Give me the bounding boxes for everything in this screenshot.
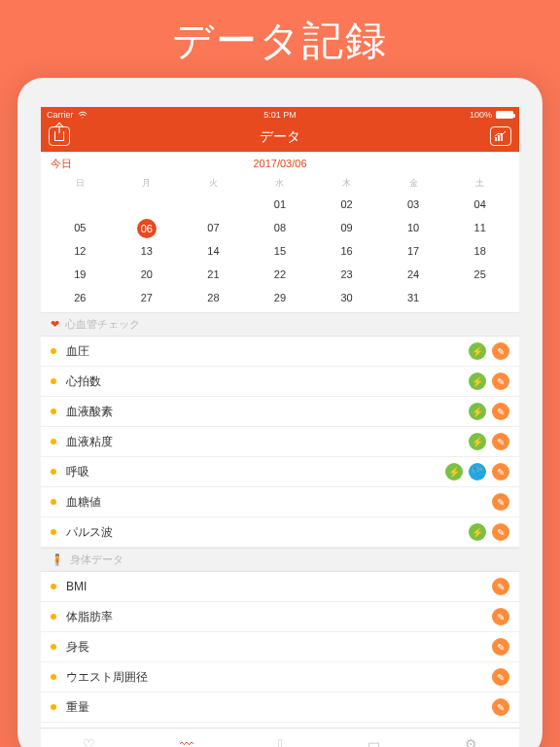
list-item[interactable]: 重量✎ xyxy=(41,693,519,723)
calendar-day[interactable]: 17 xyxy=(380,242,447,260)
list-item[interactable]: 血圧⚡✎ xyxy=(41,337,519,367)
list-item[interactable]: 身長✎ xyxy=(41,632,519,662)
list-item[interactable]: 心拍数⚡✎ xyxy=(41,367,519,397)
calendar-day[interactable]: 04 xyxy=(446,196,513,213)
list-item[interactable]: パルス波⚡✎ xyxy=(41,517,519,548)
calendar-weekday: 火 xyxy=(180,177,247,190)
calendar-day[interactable]: 09 xyxy=(313,219,380,236)
calendar-day[interactable]: 31 xyxy=(380,289,447,306)
chart-icon xyxy=(494,130,508,142)
steth-button[interactable]: 🩺 xyxy=(469,463,486,480)
calendar-day[interactable]: 26 xyxy=(47,289,114,306)
calendar-day[interactable]: 23 xyxy=(313,266,380,283)
current-date[interactable]: 2017/03/06 xyxy=(41,158,519,169)
tab-gear[interactable]: ⚙ xyxy=(465,736,477,748)
calendar-weekday: 土 xyxy=(446,177,513,190)
edit-button[interactable]: ✎ xyxy=(492,698,509,716)
list-item-label: 血液酸素 xyxy=(66,404,113,420)
edit-button[interactable]: ✎ xyxy=(492,493,509,511)
bullet-icon xyxy=(51,584,56,589)
calendar-day[interactable]: 06 xyxy=(114,219,181,236)
calendar-day[interactable]: 22 xyxy=(247,266,314,283)
calendar-day[interactable]: 01 xyxy=(247,196,314,213)
calendar-day[interactable]: 19 xyxy=(47,266,114,283)
calendar-day[interactable]: 29 xyxy=(247,289,314,306)
calendar-day[interactable]: 27 xyxy=(114,289,181,306)
measure-button[interactable]: ⚡ xyxy=(469,373,486,390)
calendar-day[interactable]: 28 xyxy=(180,289,247,306)
battery-icon xyxy=(496,111,513,119)
row-actions: ✎ xyxy=(492,698,509,716)
measure-button[interactable]: ⚡ xyxy=(445,463,463,480)
measure-button[interactable]: ⚡ xyxy=(469,403,486,420)
calendar-day[interactable]: 08 xyxy=(247,219,314,236)
list-item[interactable]: 血糖値✎ xyxy=(41,487,519,517)
edit-button[interactable]: ✎ xyxy=(492,608,509,625)
row-actions: ✎ xyxy=(492,493,509,511)
edit-button[interactable]: ✎ xyxy=(492,342,509,360)
list-item[interactable]: 血液粘度⚡✎ xyxy=(41,427,519,457)
edit-button[interactable]: ✎ xyxy=(492,403,509,420)
nav-bar: データ xyxy=(41,123,519,152)
calendar-weekday-row: 日月火水木金土 xyxy=(41,175,519,192)
list-item[interactable]: 体脂肪率✎ xyxy=(41,602,519,632)
calendar-day[interactable]: 24 xyxy=(380,266,447,283)
list-item-label: 血圧 xyxy=(66,343,89,360)
bullet-icon xyxy=(51,439,56,445)
date-subbar: 今日 2017/03/06 xyxy=(41,152,519,175)
calendar-day[interactable]: 30 xyxy=(313,289,380,306)
list-item[interactable]: ウエスト周囲径✎ xyxy=(41,662,519,693)
edit-button[interactable]: ✎ xyxy=(492,373,509,390)
measure-button[interactable]: ⚡ xyxy=(469,523,486,541)
edit-button[interactable]: ✎ xyxy=(492,523,509,541)
calendar-day[interactable]: 13 xyxy=(114,242,181,260)
person-icon: 🧍 xyxy=(51,553,64,566)
calendar-day[interactable]: 07 xyxy=(180,219,247,236)
calendar-weekday: 月 xyxy=(114,177,181,190)
list-item[interactable]: 呼吸⚡🩺✎ xyxy=(41,457,519,487)
tablet-frame: Carrier 5:01 PM 100% データ xyxy=(18,78,542,747)
calendar-day[interactable]: 25 xyxy=(446,266,513,283)
measure-button[interactable]: ⚡ xyxy=(469,342,486,360)
tab-heart[interactable]: ♡ xyxy=(83,736,95,748)
list-item-label: 血糖値 xyxy=(66,494,101,511)
calendar-day[interactable]: 14 xyxy=(180,242,247,260)
list-item[interactable]: 血液酸素⚡✎ xyxy=(41,397,519,427)
calendar-day[interactable]: 16 xyxy=(313,242,380,260)
list-item-label: パルス波 xyxy=(66,524,113,541)
calendar-day[interactable]: 21 xyxy=(180,266,247,283)
calendar-day-selected: 06 xyxy=(137,219,157,238)
calendar-day[interactable]: 05 xyxy=(47,219,114,236)
row-actions: ✎ xyxy=(492,578,509,595)
measure-button[interactable]: ⚡ xyxy=(469,433,486,450)
row-actions: ✎ xyxy=(492,608,509,625)
bullet-icon xyxy=(51,378,56,384)
edit-button[interactable]: ✎ xyxy=(492,668,509,686)
calendar-day[interactable]: 15 xyxy=(247,242,314,260)
bullet-icon xyxy=(51,409,56,414)
screen: Carrier 5:01 PM 100% データ xyxy=(41,107,519,747)
chart-toggle-button[interactable] xyxy=(490,126,511,146)
calendar-day[interactable]: 02 xyxy=(313,196,380,213)
today-button[interactable]: 今日 xyxy=(51,157,72,171)
edit-button[interactable]: ✎ xyxy=(492,433,509,450)
calendar-day[interactable]: 18 xyxy=(446,242,513,260)
tab-run[interactable]: 𓂀 xyxy=(278,736,283,748)
share-button[interactable] xyxy=(49,126,70,146)
calendar-day[interactable]: 12 xyxy=(47,242,114,260)
tab-activity[interactable]: 〰 xyxy=(180,736,193,748)
status-time: 5:01 PM xyxy=(41,110,519,120)
calendar-day[interactable]: 20 xyxy=(114,266,181,283)
nav-title: データ xyxy=(260,128,300,146)
calendar-day[interactable]: 10 xyxy=(380,219,447,236)
section-title: 心血管チェック xyxy=(65,317,140,332)
list-item-label: 呼吸 xyxy=(66,464,89,480)
heart-icon: ❤ xyxy=(51,318,59,331)
calendar-day[interactable]: 11 xyxy=(446,219,513,236)
list-item[interactable]: BMI✎ xyxy=(41,572,519,602)
calendar-day[interactable]: 03 xyxy=(380,196,447,213)
edit-button[interactable]: ✎ xyxy=(492,638,509,656)
tab-doc[interactable]: ▭ xyxy=(368,736,380,748)
edit-button[interactable]: ✎ xyxy=(492,578,509,595)
edit-button[interactable]: ✎ xyxy=(492,463,509,480)
